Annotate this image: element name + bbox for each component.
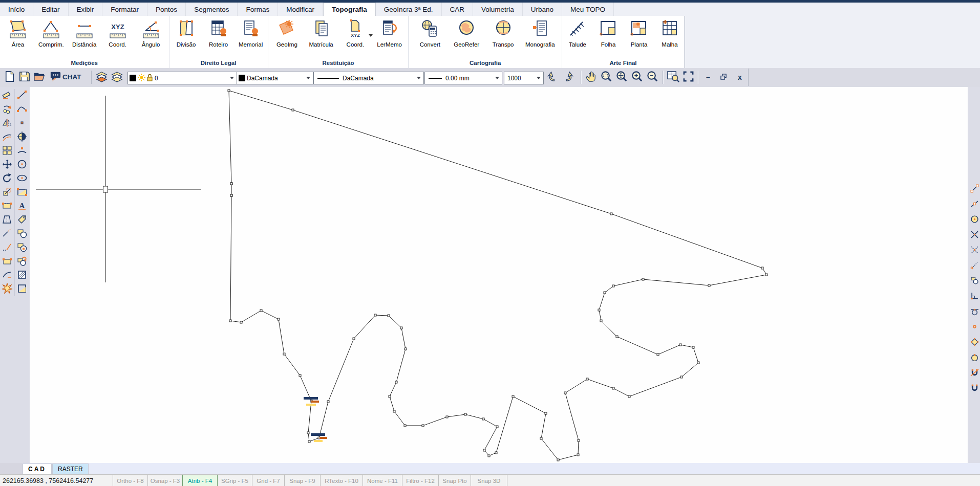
osnap-insertion-button[interactable]: [969, 276, 979, 286]
status-toggle-ortho-f8[interactable]: Ortho - F8: [113, 475, 148, 486]
osnap-endpoint-button[interactable]: [969, 184, 979, 194]
tool-extend-button[interactable]: [0, 241, 14, 255]
station-marker-bar[interactable]: [314, 440, 323, 442]
status-toggle-atrib-f4[interactable]: Atrib - F4: [182, 475, 218, 486]
scale-combobox[interactable]: 1000: [504, 72, 544, 84]
undo-button[interactable]: [545, 71, 559, 84]
ribbon-button-divisao[interactable]: Divisão: [171, 18, 202, 57]
status-toggle-rtexto-f10[interactable]: RTexto - F10: [320, 475, 363, 486]
tool-polyline-arc-button[interactable]: [15, 103, 29, 117]
tool-shape-arrow-button[interactable]: [15, 255, 29, 269]
menu-tab-topografia[interactable]: Topografia: [323, 3, 376, 16]
ribbon-button-monografia[interactable]: Monografia: [524, 18, 556, 57]
pan-button[interactable]: [584, 71, 598, 84]
ribbon-button-geoimg[interactable]: GeoImg: [271, 18, 302, 57]
tool-line-button[interactable]: [15, 89, 29, 103]
station-marker-bar[interactable]: [304, 397, 318, 400]
menu-tab-geoincra-3-ed[interactable]: GeoIncra 3ª Ed.: [376, 3, 442, 16]
tool-hatch-button[interactable]: [15, 269, 29, 282]
osnap-snap-off-button[interactable]: [969, 368, 979, 379]
zoom-in-button[interactable]: [630, 71, 644, 84]
fullscreen-button[interactable]: [681, 71, 695, 84]
tool-ellipse-button[interactable]: [15, 172, 29, 186]
chat-button[interactable]: [48, 71, 62, 84]
redo-button[interactable]: [561, 71, 576, 84]
tool-shape-group-button[interactable]: [15, 241, 29, 255]
ribbon-button-coord[interactable]: XYZCoord.: [102, 18, 133, 57]
ribbon-button-area[interactable]: Área: [3, 18, 33, 57]
status-toggle-grid-f7[interactable]: Grid - F7: [252, 475, 285, 486]
ribbon-button-planta[interactable]: Planta: [624, 18, 654, 57]
osnap-perpendicular-button[interactable]: [969, 292, 979, 302]
color-combobox[interactable]: DaCamada: [237, 72, 313, 84]
zoom-window-button[interactable]: [599, 71, 613, 84]
open-button[interactable]: [32, 71, 46, 84]
osnap-tangent-button[interactable]: [969, 307, 979, 317]
menu-tab-urbano[interactable]: Urbano: [523, 3, 562, 16]
restore-button[interactable]: [717, 71, 730, 84]
tool-position-button[interactable]: [15, 130, 29, 144]
layer-combobox[interactable]: 0: [127, 72, 237, 84]
status-toggle-snap-f9[interactable]: Snap - F9: [284, 475, 321, 486]
menu-tab-exibir[interactable]: Exibir: [69, 3, 103, 16]
tool-stretch-button[interactable]: [0, 200, 14, 213]
status-toggle-osnap-f3[interactable]: Osnap - F3: [147, 475, 183, 486]
ribbon-button-malha[interactable]: Malha: [654, 18, 685, 57]
ribbon-button-angulo[interactable]: Ângulo: [136, 18, 166, 57]
tool-move-button[interactable]: [0, 158, 14, 172]
tool-join-button[interactable]: [0, 269, 14, 282]
tool-trim-button[interactable]: [0, 227, 14, 241]
ribbon-button-convert[interactable]: Convert: [415, 18, 445, 57]
osnap-center-button[interactable]: [969, 215, 979, 225]
status-toggle-sgrip-f5[interactable]: SGrip - F5: [217, 475, 252, 486]
chat-label[interactable]: CHAT: [62, 73, 81, 81]
tool-point-button[interactable]: [15, 117, 29, 130]
osnap-quadrant-button[interactable]: [969, 338, 979, 348]
tool-text-button[interactable]: A: [15, 200, 29, 213]
status-toggle-nome-f11[interactable]: Nome - F11: [363, 475, 402, 486]
ribbon-button-matricula[interactable]: Matrícula: [306, 18, 336, 57]
close-button[interactable]: x: [733, 71, 747, 84]
station-marker-bar[interactable]: [311, 433, 325, 436]
osnap-intersection-button[interactable]: [969, 230, 979, 240]
ribbon-button-talude[interactable]: Talude: [562, 18, 593, 57]
station-marker-bar[interactable]: [319, 437, 327, 439]
view-tab-cad[interactable]: CAD: [23, 463, 52, 474]
menu-tab-volumetria[interactable]: Volumetria: [473, 3, 523, 16]
osnap-midpoint-button[interactable]: [969, 200, 979, 210]
menu-tab-segmentos[interactable]: Segmentos: [186, 3, 238, 16]
layer-states-button[interactable]: [110, 71, 124, 84]
tool-circle-button[interactable]: [15, 158, 29, 172]
tool-mirror-button[interactable]: [0, 117, 14, 130]
minimize-button[interactable]: –: [701, 71, 715, 84]
ribbon-button-roteiro[interactable]: Roteiro: [203, 18, 234, 57]
ribbon-button-lermemo[interactable]: LerMemo: [374, 18, 405, 57]
ribbon-button-memorial[interactable]: Memorial: [236, 18, 266, 57]
tool-eraser-button[interactable]: [0, 89, 14, 103]
osnap-apparent-intersection-button[interactable]: [969, 246, 979, 256]
tool-rotate-copy-button[interactable]: [0, 103, 14, 117]
tool-boundary-button[interactable]: [15, 282, 29, 296]
zoom-out-button[interactable]: [645, 71, 659, 84]
menu-tab-formas[interactable]: Formas: [238, 3, 278, 16]
save-button[interactable]: [17, 71, 31, 84]
zoom-extents-button[interactable]: [614, 71, 629, 84]
ribbon-button-coord[interactable]: XYZCoord.: [340, 18, 371, 57]
menu-tab-editar[interactable]: Editar: [33, 3, 68, 16]
status-toggle-snap-3d[interactable]: Snap 3D: [471, 475, 507, 486]
ribbon-button-folha[interactable]: Folha: [593, 18, 624, 57]
tool-tag-button[interactable]: [15, 213, 29, 227]
station-marker-bar[interactable]: [311, 401, 319, 403]
ribbon-button-comprim[interactable]: Comprim.: [36, 18, 67, 57]
zoom-table-button[interactable]: [666, 71, 680, 84]
tool-explode-button[interactable]: [0, 282, 14, 296]
tool-rotate-button[interactable]: [0, 172, 14, 186]
menu-tab-formatar[interactable]: Formatar: [102, 3, 147, 16]
menu-tab-car[interactable]: CAR: [442, 3, 474, 16]
tool-shape-circle-button[interactable]: [15, 227, 29, 241]
tool-arc-button[interactable]: [15, 144, 29, 158]
menu-tab-inicio[interactable]: Início: [0, 3, 33, 16]
station-marker-bar[interactable]: [306, 404, 316, 406]
tool-array-button[interactable]: [0, 144, 14, 158]
osnap-extension-button[interactable]: [969, 261, 979, 271]
